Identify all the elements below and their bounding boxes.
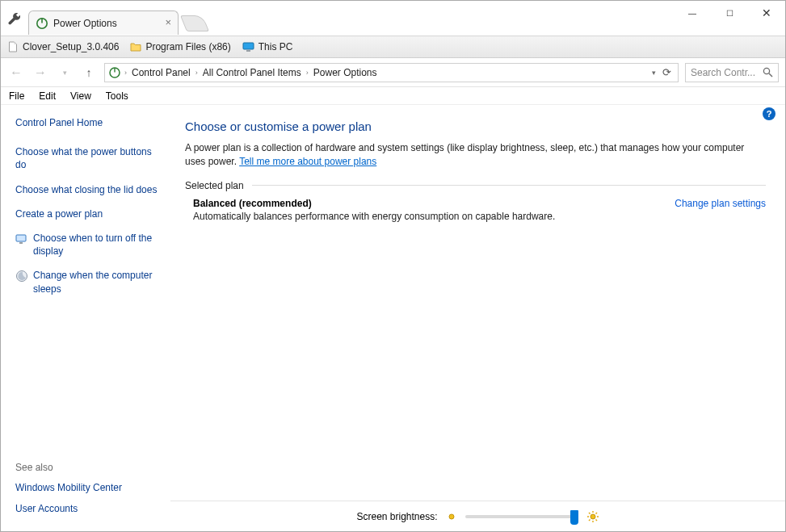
plan-name: Balanced (recommended) [193, 198, 312, 209]
maximize-button[interactable]: ☐ [711, 1, 748, 25]
menu-file[interactable]: File [9, 90, 24, 102]
brightness-label: Screen brightness: [356, 511, 437, 522]
slider-thumb[interactable] [570, 510, 578, 525]
menu-edit[interactable]: Edit [39, 90, 56, 102]
address-bar-row: ← → ▾ ↑ › Control Panel › All Control Pa… [1, 58, 785, 87]
sidebar-link[interactable]: Create a power plan [15, 207, 162, 220]
power-icon [36, 17, 48, 30]
svg-line-17 [589, 513, 591, 514]
learn-more-link[interactable]: Tell me more about power plans [239, 156, 376, 167]
brightness-high-icon [586, 510, 599, 523]
menu-tools[interactable]: Tools [106, 90, 128, 102]
settings-wrench-icon[interactable] [1, 1, 28, 36]
svg-rect-8 [16, 235, 26, 241]
sleep-icon [15, 270, 28, 283]
content-area: ? Control Panel Home Choose what the pow… [1, 105, 785, 531]
sidebar-link[interactable]: Change when the computer sleeps [33, 269, 162, 295]
main-pane: Choose or customise a power plan A power… [170, 105, 785, 531]
sidebar-link[interactable]: Choose what closing the lid does [15, 183, 162, 196]
folder-icon [130, 41, 141, 52]
up-button[interactable]: ↑ [80, 66, 98, 79]
close-button[interactable]: ✕ [748, 1, 785, 25]
selected-plan-header: Selected plan [185, 180, 766, 191]
bookmark-bar: Clover_Setup_3.0.406 Program Files (x86)… [1, 36, 785, 58]
breadcrumb-segment[interactable]: All Control Panel Items [201, 67, 303, 78]
window-controls: — ☐ ✕ [674, 1, 785, 25]
svg-line-18 [595, 519, 597, 521]
svg-line-19 [589, 519, 591, 521]
svg-point-12 [591, 514, 595, 519]
bookmark-item[interactable]: Program Files (x86) [130, 41, 230, 52]
svg-rect-1 [41, 18, 43, 23]
bookmark-item[interactable]: Clover_Setup_3.0.406 [7, 41, 119, 52]
forward-button[interactable]: → [32, 65, 49, 80]
breadcrumb-segment[interactable]: Power Options [312, 67, 379, 78]
selected-plan-label: Selected plan [185, 180, 252, 191]
page-description: A power plan is a collection of hardware… [185, 141, 766, 169]
display-off-icon [15, 232, 28, 245]
bookmark-label: This PC [258, 41, 293, 52]
bookmark-label: Program Files (x86) [145, 41, 230, 52]
svg-rect-2 [243, 43, 254, 49]
sidebar-link[interactable]: Choose what the power buttons do [15, 145, 162, 171]
brightness-slider[interactable] [465, 515, 578, 518]
breadcrumb-segment[interactable]: Control Panel [130, 67, 192, 78]
menu-view[interactable]: View [70, 90, 91, 102]
chevron-right-icon: › [306, 69, 309, 77]
tab-close-icon[interactable]: × [165, 16, 171, 28]
page-heading: Choose or customise a power plan [185, 119, 766, 133]
tab-title: Power Options [53, 18, 117, 29]
brightness-bar: Screen brightness: [170, 501, 785, 531]
search-placeholder: Search Contr... [691, 67, 755, 78]
chevron-right-icon: › [124, 69, 127, 77]
refresh-icon[interactable]: ⟳ [662, 66, 671, 78]
browser-tab[interactable]: Power Options × [28, 10, 179, 35]
see-also-link[interactable]: Windows Mobility Center [15, 481, 162, 494]
search-input[interactable]: Search Contr... [685, 63, 779, 82]
monitor-icon [242, 41, 254, 52]
minimize-button[interactable]: — [674, 1, 711, 25]
see-also-link[interactable]: User Accounts [15, 502, 162, 515]
file-icon [7, 41, 19, 52]
svg-line-20 [595, 513, 597, 514]
plan-row: Balanced (recommended) Change plan setti… [185, 198, 766, 209]
svg-point-6 [763, 68, 769, 73]
divider [252, 185, 766, 186]
back-button[interactable]: ← [7, 65, 25, 80]
brightness-low-icon [446, 511, 457, 522]
title-bar: Power Options × — ☐ ✕ [1, 1, 785, 36]
svg-rect-3 [246, 50, 250, 52]
sidebar-link[interactable]: Choose when to turn off the display [33, 232, 162, 258]
svg-rect-5 [114, 68, 115, 73]
history-dropdown-icon[interactable]: ▾ [56, 69, 74, 77]
plan-description: Automatically balances performance with … [185, 211, 766, 222]
chevron-right-icon: › [195, 69, 198, 77]
breadcrumb[interactable]: › Control Panel › All Control Panel Item… [104, 63, 679, 82]
new-tab-button[interactable] [180, 15, 209, 31]
change-plan-settings-link[interactable]: Change plan settings [675, 198, 766, 209]
svg-line-7 [769, 73, 772, 77]
bookmark-label: Clover_Setup_3.0.406 [23, 41, 119, 52]
see-also-label: See also [15, 462, 162, 473]
sidebar: Control Panel Home Choose what the power… [1, 105, 170, 531]
chevron-down-icon[interactable]: ▾ [652, 69, 656, 77]
svg-point-11 [449, 514, 454, 519]
menu-bar: File Edit View Tools [1, 87, 785, 105]
bookmark-item[interactable]: This PC [242, 41, 293, 52]
power-icon [108, 66, 121, 79]
control-panel-home-link[interactable]: Control Panel Home [15, 116, 162, 129]
svg-rect-9 [19, 242, 23, 244]
search-icon [763, 67, 773, 77]
